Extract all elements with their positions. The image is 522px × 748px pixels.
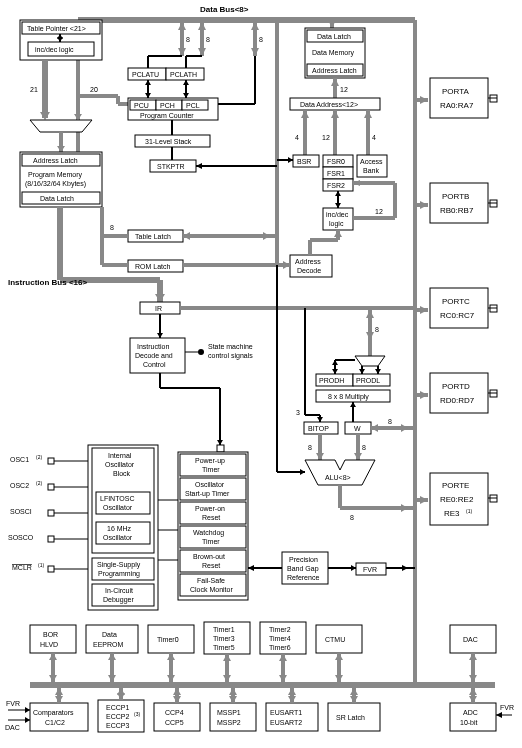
bus-width-8b: 8 (206, 36, 210, 43)
sm-l2: control signals (208, 352, 253, 360)
svg-text:EUSART1: EUSART1 (270, 709, 302, 716)
svg-marker-11 (251, 48, 259, 56)
svg-rect-127 (217, 445, 224, 452)
stack-label: 31-Level Stack (145, 138, 192, 145)
svg-rect-153 (430, 78, 488, 118)
program-memory-label: Program Memory (28, 171, 83, 179)
svg-marker-200 (279, 675, 287, 682)
svg-marker-68 (335, 191, 341, 196)
rc-label: RC0:RC7 (440, 311, 475, 320)
lfint-l1: LFINTOSC (100, 495, 135, 502)
porta-group: PORTA RA0:RA7 (430, 78, 497, 118)
periph-timer0: Timer0 (148, 625, 194, 682)
periph-sr: SR Latch (328, 688, 380, 731)
program-memory-sub: (8/16/32/64 Kbytes) (25, 180, 86, 188)
svg-rect-162 (430, 373, 488, 413)
pcl-label: PCL (186, 102, 200, 109)
svg-marker-216 (55, 688, 63, 695)
svg-marker-54 (196, 163, 202, 169)
put-l1: Power-up (195, 457, 225, 465)
svg-marker-13 (328, 20, 336, 28)
svg-text:ECCP1: ECCP1 (106, 704, 129, 711)
svg-marker-113 (401, 424, 408, 432)
svg-rect-156 (430, 183, 488, 223)
ir-label: IR (155, 305, 162, 312)
portd-group: PORTD RD0:RD7 (430, 373, 497, 413)
svg-marker-215 (55, 696, 63, 703)
svg-marker-204 (335, 653, 343, 660)
idc-l2: Decode and (135, 352, 173, 359)
svg-marker-106 (350, 402, 356, 407)
fvr-in-2: FVR (500, 704, 514, 711)
svg-text:EEPROM: EEPROM (93, 641, 124, 648)
portb-group: PORTB RB0:RB7 (430, 183, 497, 223)
svg-marker-45 (145, 80, 151, 85)
osc1-note: (2) (36, 454, 42, 460)
stkptr-label: STKPTR (157, 163, 185, 170)
fscm-l2: Clock Monitor (190, 586, 233, 593)
signal-dot (198, 349, 204, 355)
portb-label: PORTB (442, 192, 469, 201)
svg-marker-231 (173, 696, 181, 703)
dac-in: DAC (5, 724, 20, 731)
address-latch-2-label: Address Latch (312, 67, 357, 74)
pc-label: Program Counter (140, 112, 194, 120)
m16-l2: Oscillator (103, 534, 133, 541)
addr-decode-l2: Decode (297, 267, 321, 274)
svg-marker-152 (402, 565, 408, 571)
svg-marker-120 (401, 504, 408, 512)
incdec2-l1: inc/dec (326, 211, 349, 218)
svg-marker-8 (178, 22, 186, 30)
por-l1: Power-on (195, 505, 225, 512)
w-label: W (354, 425, 361, 432)
svg-marker-89 (155, 294, 165, 302)
periph-t246: Timer2 Timer4 Timer6 (260, 622, 306, 682)
svg-marker-10 (198, 22, 206, 30)
re3-label: RE3 (444, 509, 460, 518)
icd-l1: In-Circuit (105, 587, 133, 594)
re3-note: (1) (466, 508, 472, 514)
svg-rect-159 (430, 288, 488, 328)
svg-marker-122 (300, 469, 305, 475)
addr-mux (30, 120, 92, 132)
bw-3: 3 (296, 409, 300, 416)
data-latch-2-label: Data Latch (317, 33, 351, 40)
svg-rect-239 (266, 703, 318, 731)
svg-marker-148 (248, 565, 254, 571)
bor-l2: Reset (202, 562, 220, 569)
svg-marker-77 (263, 232, 270, 240)
bw-12c: 12 (375, 208, 383, 215)
svg-marker-249 (350, 688, 358, 695)
mclr-label: MCLR (12, 564, 32, 571)
svg-marker-237 (229, 696, 237, 703)
bw-12b: 12 (322, 134, 330, 141)
svg-text:Timer1: Timer1 (213, 626, 235, 633)
svg-marker-174 (49, 653, 57, 660)
svg-marker-257 (496, 712, 502, 718)
svg-marker-9 (198, 48, 206, 56)
re-label: RE0:RE2 (440, 495, 474, 504)
ra-label: RA0:RA7 (440, 101, 474, 110)
svg-marker-64 (364, 110, 372, 118)
porte-group: PORTE RE0:RE2 RE3 (1) (430, 473, 497, 525)
pbg-l3: Reference (287, 574, 319, 581)
mclr-pin (48, 566, 54, 572)
svg-rect-211 (30, 703, 88, 731)
fscm-l1: Fail-Safe (197, 577, 225, 584)
prodh-label: PRODH (319, 377, 344, 384)
svg-rect-176 (86, 625, 138, 653)
periph-adc: ADC 10-bit FVR (450, 688, 514, 731)
alu (305, 460, 375, 485)
svg-marker-47 (183, 93, 189, 98)
periph-ccp: CCP4 CCP5 (154, 688, 200, 731)
svg-marker-87 (334, 230, 342, 237)
address-latch-label: Address Latch (33, 157, 78, 164)
int-osc-l3: Block (113, 470, 131, 477)
data-address-label: Data Address<12> (300, 101, 358, 108)
periph-comp: Comparators C1/C2 FVR DAC (5, 688, 88, 731)
svg-marker-83 (283, 261, 290, 269)
svg-text:CTMU: CTMU (325, 636, 345, 643)
alu-label: ALU<8> (325, 474, 351, 481)
svg-text:Timer2: Timer2 (269, 626, 291, 633)
svg-marker-199 (279, 654, 287, 661)
